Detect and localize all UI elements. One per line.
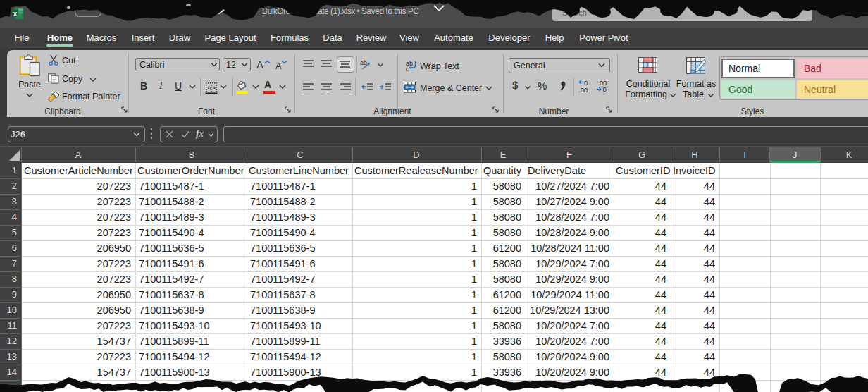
svg-text:.00: .00 (578, 86, 588, 94)
svg-text:c: c (406, 66, 409, 72)
svg-text:0: 0 (603, 85, 607, 93)
svg-text:ab: ab (360, 59, 367, 66)
